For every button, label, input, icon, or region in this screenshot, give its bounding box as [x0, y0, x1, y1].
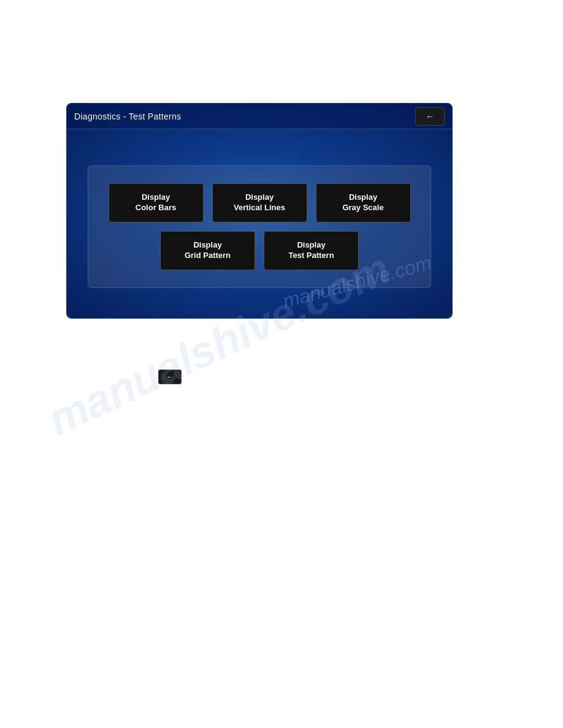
panel-title: Diagnostics - Test Patterns: [74, 112, 181, 121]
content-area: Display Color Bars Display Vertical Line…: [67, 129, 452, 318]
small-back-button[interactable]: ←: [158, 370, 182, 384]
display-test-pattern-button[interactable]: Display Test Pattern: [264, 231, 359, 270]
device-panel: Diagnostics - Test Patterns ← Display Co…: [66, 103, 453, 319]
back-arrow-icon: ←: [426, 112, 434, 121]
title-bar: Diagnostics - Test Patterns ←: [67, 104, 452, 129]
small-back-arrow-icon: ←: [167, 373, 174, 381]
display-vertical-lines-button[interactable]: Display Vertical Lines: [212, 183, 307, 222]
buttons-row-1: Display Color Bars Display Vertical Line…: [107, 183, 412, 222]
buttons-container: Display Color Bars Display Vertical Line…: [88, 165, 431, 288]
display-grid-pattern-button[interactable]: Display Grid Pattern: [160, 231, 255, 270]
buttons-row-2: Display Grid Pattern Display Test Patter…: [107, 231, 412, 270]
display-color-bars-button[interactable]: Display Color Bars: [109, 183, 204, 222]
back-button[interactable]: ←: [415, 107, 445, 126]
panel-background: Diagnostics - Test Patterns ← Display Co…: [67, 104, 452, 318]
display-gray-scale-button[interactable]: Display Gray Scale: [316, 183, 411, 222]
